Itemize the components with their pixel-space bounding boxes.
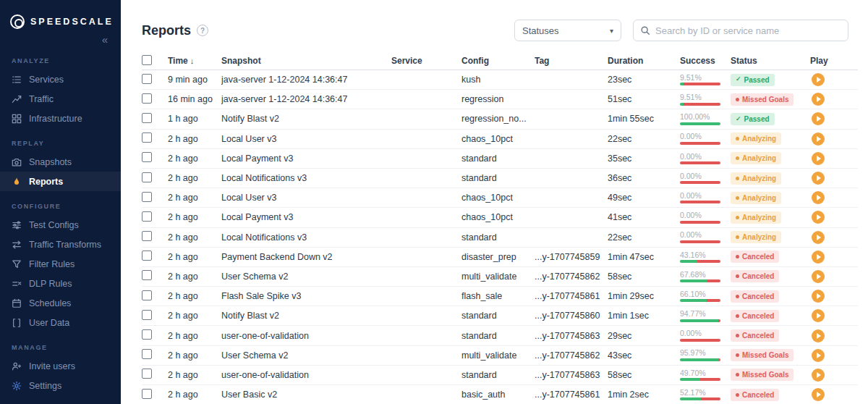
play-button[interactable] [812,152,825,165]
row-checkbox[interactable] [142,132,152,143]
sidebar-item-traffic[interactable]: Traffic [0,89,121,109]
success-cell: 67.68% [680,271,731,283]
table-row[interactable]: 2 h ago User Basic v2 basic_auth ...y-17… [142,385,858,404]
table-row[interactable]: 2 h ago Local User v3 chaos_10pct 49sec … [142,188,858,208]
sidebar-item-dlp-rules[interactable]: DLP Rules [0,274,121,293]
row-checkbox[interactable] [142,231,152,241]
success-cell: 0.00% [680,192,731,204]
row-checkbox[interactable] [142,270,152,280]
sidebar-item-services[interactable]: Services [0,70,121,89]
table-row[interactable]: 2 h ago User Schema v2 multi_validate ..… [142,346,858,366]
statuses-dropdown[interactable]: Statuses ▾ [514,20,621,41]
sidebar-item-snapshots[interactable]: Snapshots [0,152,121,172]
play-button[interactable] [812,270,825,283]
success-bar [680,260,720,263]
table-row[interactable]: 2 h ago User Schema v2 multi_validate ..… [142,267,858,287]
table-row[interactable]: 2 h ago Notify Blast v2 standard ...y-17… [142,306,858,326]
table-row[interactable]: 2 h ago Local Notifications v3 standard … [142,169,858,188]
row-checkbox[interactable] [142,251,152,261]
row-checkbox[interactable] [142,172,152,182]
brackets-icon [12,318,22,328]
row-checkbox[interactable] [142,74,152,84]
play-icon [817,96,821,102]
row-checkbox[interactable] [142,389,152,399]
column-header-status[interactable]: Status [731,56,810,66]
play-button[interactable] [812,309,825,322]
select-all-checkbox[interactable] [142,55,152,65]
snapshot-cell: java-server 1-12-2024 14:36:47 [221,75,391,85]
column-header-service[interactable]: Service [391,56,461,66]
status-icon [736,177,739,180]
config-cell: disaster_prep [461,252,535,262]
column-header-config[interactable]: Config [461,56,535,66]
play-button[interactable] [812,231,825,244]
row-checkbox[interactable] [142,329,152,340]
table-row[interactable]: 2 h ago user-one-of-validation standard … [142,366,858,385]
sidebar-item-invite-users[interactable]: Invite users [0,356,121,376]
play-icon [817,372,821,378]
time-cell: 2 h ago [168,331,221,341]
row-checkbox[interactable] [142,349,152,359]
play-button[interactable] [812,211,825,224]
sidebar-item-traffic-transforms[interactable]: Traffic Transforms [0,235,121,254]
play-button[interactable] [812,112,825,125]
table-row[interactable]: 2 h ago Local Payment v3 standard 35sec … [142,149,858,169]
row-checkbox[interactable] [142,369,152,379]
status-badge: Canceled [731,310,779,322]
sidebar-item-filter-rules[interactable]: Filter Rules [0,254,121,274]
row-checkbox[interactable] [142,152,152,162]
table-row[interactable]: 16 min ago java-server 1-12-2024 14:36:4… [142,90,858,109]
config-cell: standard [461,311,535,321]
play-icon [817,313,821,319]
table-row[interactable]: 2 h ago user-one-of-validation standard … [142,326,858,345]
table-row[interactable]: 2 h ago Flash Sale Spike v3 flash_sale .… [142,287,858,306]
table-row[interactable]: 2 h ago Payment Backend Down v2 disaster… [142,248,858,267]
success-bar [680,122,720,125]
sidebar-item-reports[interactable]: Reports [0,172,121,191]
play-button[interactable] [812,73,825,86]
play-button[interactable] [812,93,825,106]
sidebar-item-user-data[interactable]: User Data [0,313,121,332]
row-checkbox[interactable] [142,113,152,123]
sidebar-section-label: REPLAY [0,128,121,152]
sidebar-item-test-configs[interactable]: Test Configs [0,215,121,235]
column-header-success[interactable]: Success [680,56,731,66]
table-row[interactable]: 9 min ago java-server 1-12-2024 14:36:47… [142,70,858,90]
column-header-tag[interactable]: Tag [535,56,608,66]
row-checkbox[interactable] [142,290,152,300]
row-checkbox[interactable] [142,93,152,104]
table-row[interactable]: 2 h ago Local Payment v3 chaos_10pct 41s… [142,208,858,227]
table-row[interactable]: 2 h ago Local Notifications v3 standard … [142,228,858,248]
row-checkbox[interactable] [142,211,152,222]
sidebar-collapse-button[interactable]: « [0,29,121,46]
table-body: 9 min ago java-server 1-12-2024 14:36:47… [142,70,858,404]
sidebar-item-schedules[interactable]: Schedules [0,293,121,313]
search-input[interactable] [655,25,841,36]
column-header-duration[interactable]: Duration [608,56,680,66]
sliders-icon [12,220,22,230]
sidebar-item-infrastructure[interactable]: Infrastructure [0,109,121,128]
sidebar-item-label: Settings [29,381,61,391]
play-button[interactable] [812,349,825,362]
table-row[interactable]: 2 h ago Local User v3 chaos_10pct 22sec … [142,130,858,149]
play-button[interactable] [812,132,825,146]
play-button[interactable] [812,329,825,342]
success-bar [680,279,720,282]
success-bar-red [680,161,720,164]
column-header-time[interactable]: Time↓ [168,56,221,66]
table-row[interactable]: 1 h ago Notify Blast v2 regression_no...… [142,109,858,129]
play-button[interactable] [812,388,825,401]
play-button[interactable] [812,290,825,303]
success-bar [680,319,720,322]
sidebar-item-settings[interactable]: Settings [0,376,121,395]
play-icon [817,136,821,142]
play-button[interactable] [812,251,825,264]
row-checkbox[interactable] [142,192,152,202]
success-bar [680,201,720,203]
help-icon[interactable]: ? [197,25,208,36]
column-header-snapshot[interactable]: Snapshot [221,56,391,66]
play-button[interactable] [812,369,825,382]
row-checkbox[interactable] [142,310,152,320]
play-button[interactable] [812,172,825,185]
play-button[interactable] [812,191,825,204]
